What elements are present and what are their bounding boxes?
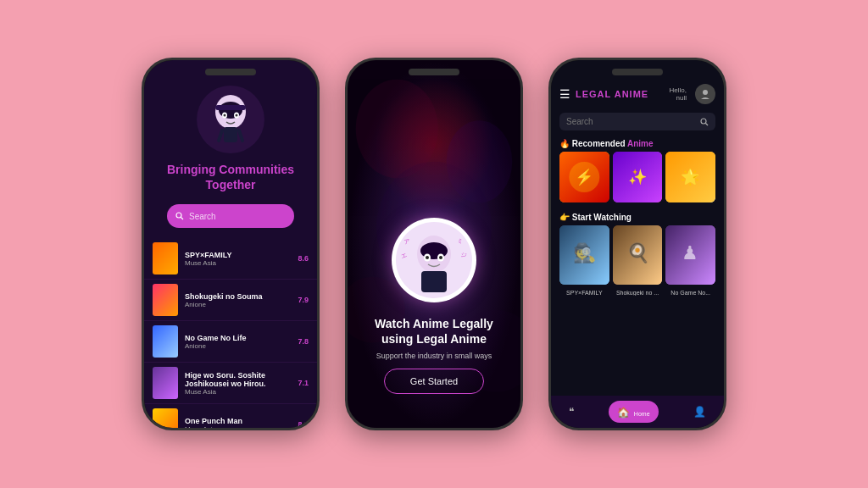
svg-rect-7 [224,127,237,142]
nav-item-profile[interactable]: 👤 [693,406,706,418]
recommended-banner-row: ⚡ ✨ 🌟 [551,152,724,202]
svg-text:ア: ア [403,237,410,244]
get-started-button[interactable]: Get Started [384,369,484,394]
home-label: Home [634,411,650,417]
anime-thumb [153,284,178,316]
svg-point-27 [703,90,708,95]
anime-title: One Punch Man [185,417,291,425]
svg-text:🌟: 🌟 [682,168,701,186]
anime-thumb [153,408,178,428]
list-item[interactable]: Shokugeki no Souma Anione 7.9 [144,280,317,321]
start-card-2[interactable]: 🍳 [613,225,663,285]
svg-text:🍳: 🍳 [626,241,650,264]
nav-item-home[interactable]: 🏠 Home [609,401,658,423]
svg-text:✨: ✨ [628,168,648,186]
anime-score: 7.8 [298,337,309,346]
list-item[interactable]: One Punch Man Muse Asia 8.3 [144,404,317,428]
phone1-search-bar[interactable]: Search [167,204,294,228]
anime-score: 8.3 [298,420,309,428]
svg-text:🕵: 🕵 [573,241,597,264]
svg-line-29 [706,123,709,125]
anime-score: 7.9 [298,296,309,304]
anime-studio: Anione [185,301,291,308]
svg-rect-2 [215,105,246,110]
anime-score: 8.6 [298,254,309,263]
anime-score: 7.1 [298,379,309,387]
banner-card-3[interactable]: 🌟 [665,152,715,202]
anime-studio: Muse Asia [185,425,291,428]
bottom-navigation: ❝ 🏠 Home 👤 [551,396,724,428]
svg-rect-22 [421,271,447,292]
search-bar[interactable] [559,113,715,130]
svg-text:♟: ♟ [682,242,699,263]
start-card-labels: SPY×FAMILY Shokugeki no ... No Game No..… [551,288,724,297]
phone3-header: ☰ LEGAL ANIME Hello, null [551,60,724,109]
card-label-3: No Game No... [665,290,715,296]
svg-text:⚡: ⚡ [575,168,594,186]
phone1-avatar [197,86,264,153]
phone2-text-block: Watch Anime Legally using Legal Anime Su… [348,316,520,360]
phone2-sub-text: Support the industry in small ways [364,352,504,360]
anime-studio: Anione [185,342,291,350]
phone-2: ジ ミ エ ア Watch Anime Legally using Legal … [345,58,523,430]
svg-point-28 [701,119,706,124]
card-label-1: SPY×FAMILY [559,290,609,296]
phone2-main-text: Watch Anime Legally using Legal Anime [364,316,504,347]
list-item[interactable]: SPY×FAMILY Muse Asia 8.6 [144,238,317,280]
user-avatar[interactable] [695,84,715,104]
anime-title: Hige wo Soru. Soshite Joshikousei wo Hir… [185,371,291,388]
svg-line-9 [181,218,184,220]
hamburger-icon[interactable]: ☰ [559,87,570,101]
anime-title: No Game No Life [185,334,291,342]
card-label-2: Shokugeki no ... [613,290,663,296]
start-card-1[interactable]: 🕵 [559,225,609,285]
banner-card-2[interactable]: ✨ [613,152,663,202]
start-watching-row: 🕵 🍳 ♟ [551,225,724,285]
start-card-3[interactable]: ♟ [665,225,715,285]
nav-item-quotes[interactable]: ❝ [569,406,574,418]
phone1-anime-list: SPY×FAMILY Muse Asia 8.6 Shokugeki no So… [144,238,317,428]
quotes-icon: ❝ [569,406,574,418]
search-icon [700,118,709,126]
hello-text: Hello, [670,86,687,94]
phone3-screen: ☰ LEGAL ANIME Hello, null 🔥 Recomended A… [551,60,724,428]
phone-1: Bringing Communities Together Search SPY… [142,58,320,430]
anime-studio: Muse Asia [185,259,291,267]
null-text: null [676,94,687,102]
svg-text:ミ: ミ [457,237,464,244]
anime-thumb [153,367,178,399]
phone2-screen: ジ ミ エ ア Watch Anime Legally using Legal … [348,60,520,428]
search-input[interactable] [566,117,695,126]
anime-studio: Muse Asia [185,388,291,396]
anime-thumb [153,242,178,274]
phone2-logo: ジ ミ エ ア [392,218,476,302]
svg-point-20 [426,256,429,259]
anime-thumb [153,325,178,358]
start-watching-title: 👉 Start Watching [551,208,724,225]
phone1-search-placeholder: Search [189,212,216,221]
banner-card-1[interactable]: ⚡ [559,152,609,202]
profile-icon: 👤 [693,406,706,418]
list-item[interactable]: No Game No Life Anione 7.8 [144,321,317,363]
svg-point-8 [176,213,181,218]
svg-point-5 [224,114,226,117]
svg-point-6 [236,114,238,117]
phone1-title: Bringing Communities Together [144,162,317,192]
svg-point-21 [439,256,442,259]
phone1-screen: Bringing Communities Together Search SPY… [144,60,317,428]
anime-title: SPY×FAMILY [185,251,291,259]
app-title: LEGAL ANIME [576,89,665,99]
phone-3: ☰ LEGAL ANIME Hello, null 🔥 Recomended A… [548,58,726,430]
recommended-section-title: 🔥 Recomended Anime [551,134,724,152]
anime-title: Shokugeki no Souma [185,292,291,301]
list-item[interactable]: Hige wo Soru. Soshite Joshikousei wo Hir… [144,363,317,404]
home-icon: 🏠 [617,407,630,419]
